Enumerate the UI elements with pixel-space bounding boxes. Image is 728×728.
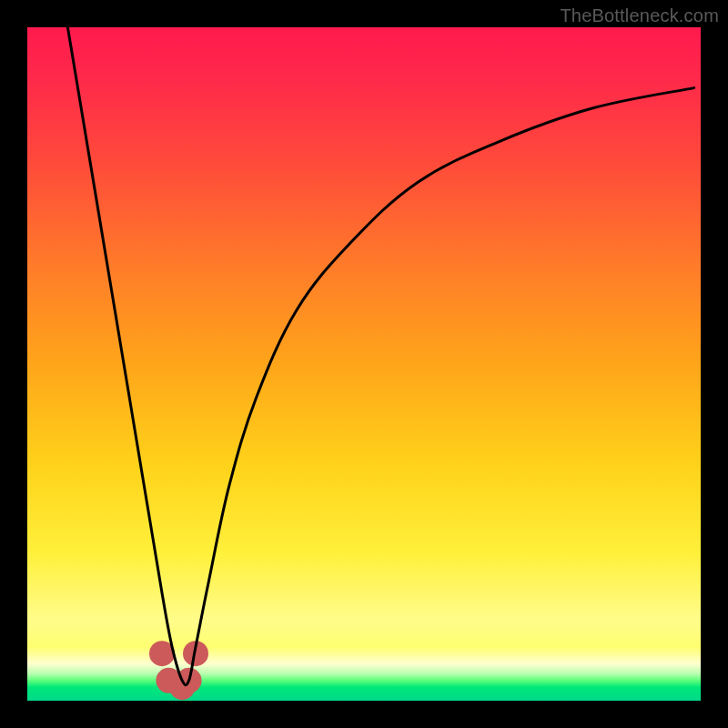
chart-plot-area	[27, 27, 701, 701]
chart-svg	[27, 27, 701, 701]
watermark-text: TheBottleneck.com	[560, 5, 719, 26]
bottleneck-curve	[67, 27, 693, 685]
